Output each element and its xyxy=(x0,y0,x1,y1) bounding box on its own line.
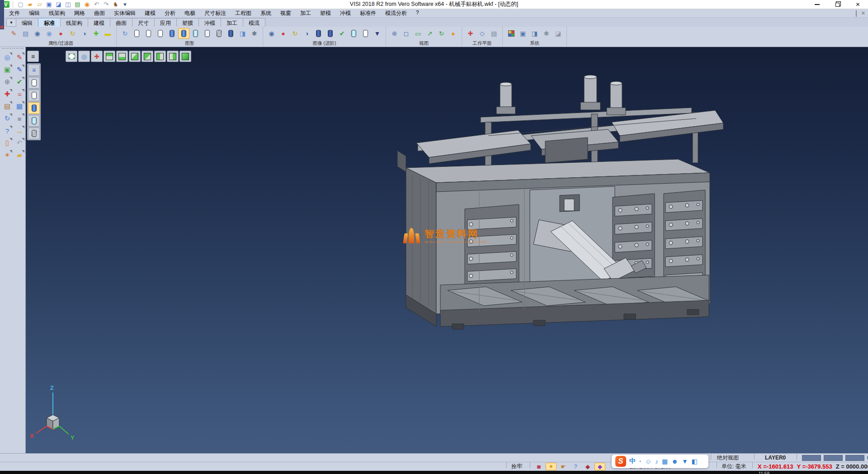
pointer-hand-icon[interactable]: ☛ xyxy=(558,463,569,470)
shaded-view-icon[interactable]: ● xyxy=(448,28,459,39)
tab-application[interactable]: 应用 xyxy=(154,18,177,27)
zoom-extents-icon[interactable]: ⊕ xyxy=(1,76,13,88)
menu-system[interactable]: 系统 xyxy=(256,9,276,18)
more-commands-icon[interactable]: ▾ xyxy=(121,0,129,8)
shade-mode-icon[interactable]: ■ xyxy=(14,113,25,124)
frame-select-icon[interactable]: ▣ xyxy=(1,64,13,76)
system-colors-icon[interactable] xyxy=(505,28,517,39)
lock-toggle[interactable]: 拴牢 xyxy=(511,462,522,471)
tab-moldflow[interactable]: 模流 xyxy=(243,18,265,27)
toggle-visibility-icon[interactable]: ◑ xyxy=(79,28,90,39)
graphics-copy-icon[interactable]: ◨ xyxy=(237,28,248,39)
ime-emoji-icon[interactable]: ☺ xyxy=(645,458,651,465)
tab-machining[interactable]: 加工 xyxy=(221,18,243,27)
zoom-select-icon[interactable]: ◎ xyxy=(1,52,13,63)
workplane-create-icon[interactable]: ✚ xyxy=(465,28,476,39)
help-query-icon[interactable]: ? xyxy=(1,125,13,137)
zoom-window-icon[interactable]: ◻ xyxy=(401,28,412,39)
adv-traffic-light-icon[interactable]: ● xyxy=(278,28,289,39)
ime-voice-icon[interactable]: ♪ xyxy=(655,458,658,465)
adv-validate-icon[interactable]: ✔ xyxy=(336,28,348,39)
adv-show-icon[interactable]: ◉ xyxy=(266,28,277,39)
refresh-view-icon[interactable]: ↻ xyxy=(1,113,13,124)
render-assign-icon[interactable] xyxy=(225,28,236,39)
system-settings-icon[interactable]: ✱ xyxy=(541,28,552,39)
measure-distance-icon[interactable]: ↔ xyxy=(14,125,25,137)
menu-file[interactable]: 文件 xyxy=(5,9,24,18)
zoom-in-icon[interactable]: ⊕ xyxy=(389,28,400,39)
attributes-page-icon[interactable]: ▤ xyxy=(20,28,31,39)
render-wireframe-icon[interactable] xyxy=(131,28,142,39)
entity-attributes-icon[interactable]: ▤ xyxy=(1,100,13,112)
render-dashed-icon[interactable] xyxy=(155,28,166,39)
system-monitor-icon[interactable]: ◨ xyxy=(529,28,540,39)
save-icon[interactable]: ▣ xyxy=(45,0,53,8)
ime-lang-chinese[interactable]: 中 xyxy=(629,457,636,465)
color-swatch-3[interactable] xyxy=(845,455,864,461)
status-stamp-icon[interactable]: ◙ xyxy=(533,463,544,470)
new-file-icon[interactable]: ▢ xyxy=(16,0,25,8)
delete-trash-icon[interactable]: ▯ xyxy=(1,137,13,149)
hide-all-icon[interactable]: ▬ xyxy=(102,28,113,39)
render-shaded-icon[interactable] xyxy=(166,28,178,39)
status-help-icon[interactable]: ? xyxy=(570,463,581,470)
system-layers-icon[interactable]: ◪ xyxy=(552,28,564,39)
menu-edit[interactable]: 编辑 xyxy=(24,9,44,18)
menu-modeling[interactable]: 建模 xyxy=(140,9,160,18)
rotate-view-icon[interactable]: ↻ xyxy=(436,28,447,39)
input-method-bar[interactable]: S 中·☺♪▦☻▼◧ xyxy=(612,455,708,468)
color-swatch-2[interactable] xyxy=(824,455,843,461)
filter-traffic-light-icon[interactable]: ● xyxy=(55,28,66,39)
tab-edit[interactable]: 编辑 xyxy=(16,18,38,27)
open-folder-icon[interactable]: ▰ xyxy=(26,0,34,8)
tab-wireframe[interactable]: 线架构 xyxy=(60,18,88,27)
tab-die[interactable]: 冲模 xyxy=(198,18,221,27)
menu-help[interactable]: ? xyxy=(411,9,424,18)
windows-taskbar-edge[interactable]: 11:58 xyxy=(0,471,868,474)
sogou-logo-icon[interactable]: S xyxy=(615,456,626,467)
adv-cone-icon[interactable]: ▼ xyxy=(372,28,383,39)
system-display-icon[interactable]: ▣ xyxy=(517,28,528,39)
ime-skin-icon[interactable]: ▼ xyxy=(682,458,688,465)
tab-molding[interactable]: 塑膜 xyxy=(176,18,199,27)
export-icon[interactable]: ◫ xyxy=(64,0,72,8)
render-flat-icon[interactable] xyxy=(202,28,213,39)
confirm-selection-icon[interactable]: ✔ xyxy=(14,76,25,88)
menu-electrode[interactable]: 电极 xyxy=(180,9,200,18)
absolute-view-label[interactable]: 绝对视图 xyxy=(717,454,739,462)
render-hidden-line-icon[interactable] xyxy=(143,28,154,39)
graphics-settings-icon[interactable]: ✱ xyxy=(249,28,260,39)
tab-dimension[interactable]: 尺寸 xyxy=(132,18,155,27)
render-hatched-icon[interactable] xyxy=(213,28,225,39)
workplane-align-icon[interactable]: ◇ xyxy=(476,28,488,39)
ime-keyboard-icon[interactable]: ▦ xyxy=(662,458,668,465)
erase-entity-icon[interactable]: ✎ xyxy=(14,52,25,63)
save-all-icon[interactable]: ◪ xyxy=(54,0,63,8)
render-translucent-icon[interactable] xyxy=(190,28,201,39)
minimize-button[interactable] xyxy=(807,0,827,9)
wcs-compass-icon[interactable]: ✶ xyxy=(1,149,13,161)
panel-drag-handle[interactable] xyxy=(2,48,24,51)
tab-modeling[interactable]: 建模 xyxy=(88,18,110,27)
restore-button[interactable] xyxy=(827,0,848,9)
menu-standard-parts[interactable]: 标准件 xyxy=(355,9,381,18)
menu-moldflow[interactable]: 模流分析 xyxy=(381,9,411,18)
regenerate-icon[interactable]: ↻ xyxy=(119,28,131,39)
ime-punctuation[interactable]: · xyxy=(639,458,642,465)
workplane-list-icon[interactable]: ▤ xyxy=(488,28,500,39)
menu-solid-edit[interactable]: 实体编辑 xyxy=(109,9,140,18)
adv-refresh-icon[interactable]: ↻ xyxy=(289,28,301,39)
viewcube-icon[interactable]: ◆ xyxy=(594,463,605,470)
menu-window[interactable]: 视窗 xyxy=(276,9,296,18)
mdi-restore-button[interactable] xyxy=(856,11,857,16)
menu-machining[interactable]: 加工 xyxy=(296,9,316,18)
menu-die[interactable]: 冲模 xyxy=(335,9,355,18)
color-swatch-1[interactable] xyxy=(802,455,821,461)
hide-entities-icon[interactable]: ◉ xyxy=(43,28,55,39)
viewport-3d[interactable]: ≡ ◎✚ ≡ xyxy=(26,47,868,453)
zoom-fit-icon[interactable]: ▭ xyxy=(412,28,424,39)
show-all-icon[interactable]: ✚ xyxy=(90,28,102,39)
menu-wireframe[interactable]: 线架构 xyxy=(44,9,70,18)
spline-edit-icon[interactable]: ≈ xyxy=(14,88,25,100)
tab-standard[interactable]: 标准 xyxy=(38,18,61,27)
